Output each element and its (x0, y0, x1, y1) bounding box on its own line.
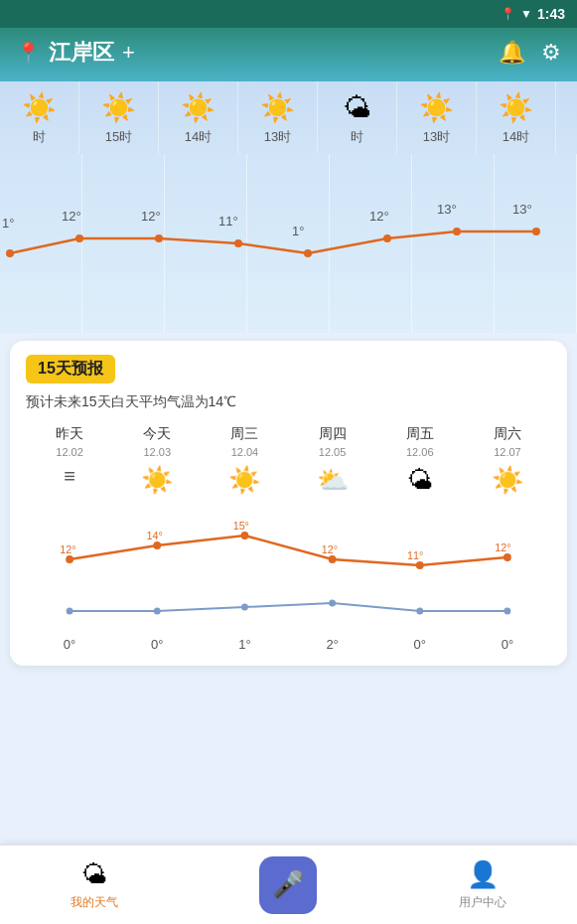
forecast-day-item[interactable]: 周三 12.04 ☀️ (201, 425, 288, 500)
forecast-section: 15天预报 预计未来15天白天平均气温为14℃ 昨天 12.02 ≡ 今天 12… (10, 341, 567, 666)
mic-icon: 🎤 (272, 869, 304, 900)
forecast-subtitle: 预计未来15天白天平均气温为14℃ (26, 393, 551, 411)
hourly-time-label: 时 (33, 128, 46, 146)
bell-icon[interactable]: 🔔 (499, 40, 525, 66)
day-weather-icon: ☀️ (141, 465, 173, 496)
hourly-weather-icon: 🌤 (344, 91, 371, 124)
forecast-day-item[interactable]: 昨天 12.02 ≡ (26, 425, 113, 500)
hourly-time-label: 15时 (105, 128, 132, 146)
nav-item-my-weather[interactable]: 🌤 我的天气 (71, 859, 118, 911)
hourly-item[interactable]: ☀️ 14时 (159, 81, 238, 154)
hourly-item[interactable]: ☀️ 13时 (397, 81, 477, 154)
header-left: 📍 江岸区 + (16, 38, 135, 68)
forecast-days-row: 昨天 12.02 ≡ 今天 12.03 ☀️ 周三 12.04 ☀️ 周四 12… (26, 425, 551, 500)
hourly-item[interactable]: ☀️ 13时 (238, 81, 318, 154)
hourly-item[interactable]: ☀️ 15时 (556, 81, 577, 154)
my-weather-icon: 🌤 (81, 859, 107, 890)
svg-point-20 (67, 608, 73, 615)
svg-point-0 (6, 249, 14, 257)
status-time: 1:43 (537, 6, 565, 22)
svg-text:12°: 12° (60, 543, 75, 555)
forecast-high-temp-chart: 12° 14° 15° 12° 11° 12° (26, 508, 551, 587)
settings-icon[interactable]: ⚙ (541, 40, 561, 66)
day-date-label: 12.02 (56, 446, 83, 458)
hourly-time-label: 13时 (264, 128, 291, 146)
forecast-day-item[interactable]: 周四 12.05 ⛅ (289, 425, 376, 500)
forecast-title-badge: 15天预报 (26, 355, 115, 384)
hourly-time-label: 14时 (185, 128, 212, 146)
hourly-item[interactable]: 🌤 时 (318, 81, 397, 154)
temp-label-4: 1° (292, 224, 304, 238)
hourly-weather-icon: ☀️ (260, 91, 295, 124)
temp-label-5: 12° (369, 209, 389, 224)
svg-point-13 (504, 553, 511, 561)
low-temp-value: 0° (464, 637, 551, 652)
hourly-time-label: 13时 (423, 128, 450, 146)
hourly-time-label: 14时 (503, 128, 529, 146)
svg-point-9 (153, 541, 161, 549)
nav-label-my-weather: 我的天气 (71, 894, 118, 911)
svg-point-12 (416, 561, 424, 569)
low-temp-value: 1° (201, 637, 288, 652)
svg-point-10 (240, 532, 248, 539)
svg-point-22 (241, 604, 248, 611)
temp-label-3: 11° (218, 214, 238, 229)
hourly-weather-icon: ☀️ (101, 91, 136, 124)
header: 📍 江岸区 + 🔔 ⚙ (0, 28, 577, 81)
svg-text:14°: 14° (146, 530, 162, 541)
day-name-label: 今天 (143, 425, 171, 443)
day-name-label: 周三 (230, 425, 258, 443)
day-name-label: 周四 (319, 425, 347, 443)
svg-point-8 (66, 555, 73, 563)
hourly-scroll-row[interactable]: ☀️ 时 ☀️ 15时 ☀️ 14时 ☀️ 13时 🌤 时 ☀️ 13时 ☀️ … (0, 81, 577, 154)
mic-button[interactable]: 🎤 (259, 856, 317, 914)
svg-point-1 (75, 234, 83, 242)
location-pin-icon: 📍 (16, 41, 41, 65)
svg-point-3 (234, 239, 242, 247)
hourly-item[interactable]: ☀️ 时 (0, 81, 79, 154)
day-name-label: 昨天 (56, 425, 83, 443)
day-name-label: 周六 (494, 425, 521, 443)
nav-label-user-center: 用户中心 (459, 894, 506, 911)
wifi-icon: ▼ (520, 7, 532, 21)
forecast-day-item[interactable]: 周五 12.06 🌤 (376, 425, 464, 500)
bottom-nav: 🌤 我的天气 🎤 👤 用户中心 (0, 845, 577, 924)
header-right: 🔔 ⚙ (499, 40, 561, 66)
hourly-temp-chart: 1° 12° 12° 11° 1° 12° 13° 13° (0, 154, 577, 333)
forecast-day-item[interactable]: 今天 12.03 ☀️ (113, 425, 201, 500)
hourly-time-label: 时 (351, 128, 363, 146)
day-date-label: 12.07 (494, 446, 521, 458)
low-temp-value: 0° (113, 637, 201, 652)
low-temp-value: 0° (26, 637, 113, 652)
day-weather-icon: ☀️ (228, 465, 260, 496)
hourly-weather-icon: ☀️ (22, 91, 57, 124)
low-temp-value: 2° (289, 637, 376, 652)
add-location-button[interactable]: + (122, 40, 135, 66)
day-weather-icon: ☀️ (492, 465, 523, 496)
forecast-low-temp-chart (26, 591, 551, 631)
svg-point-24 (416, 608, 423, 615)
day-date-label: 12.06 (406, 446, 434, 458)
svg-text:11°: 11° (407, 549, 423, 561)
temp-label-7: 13° (512, 202, 532, 217)
hourly-weather-icon: ☀️ (419, 91, 454, 124)
hourly-item[interactable]: ☀️ 14时 (477, 81, 556, 154)
temp-label-0: 1° (2, 216, 14, 231)
hourly-item[interactable]: ☀️ 15时 (79, 81, 159, 154)
hourly-weather-icon: ☀️ (181, 91, 216, 124)
svg-point-23 (329, 600, 336, 607)
temp-label-2: 12° (141, 209, 161, 224)
svg-point-25 (504, 608, 510, 615)
day-weather-icon: ≡ (64, 465, 75, 488)
svg-point-5 (383, 234, 391, 242)
temp-line-svg (0, 154, 577, 333)
temp-label-6: 13° (437, 202, 457, 217)
low-temp-values-row: 0°0°1°2°0°0° (26, 637, 551, 652)
hourly-weather-icon: ☀️ (499, 91, 533, 124)
svg-text:12°: 12° (322, 543, 338, 555)
low-temp-value: 0° (376, 637, 464, 652)
forecast-day-item[interactable]: 周六 12.07 ☀️ (464, 425, 551, 500)
day-date-label: 12.05 (319, 446, 347, 458)
nav-item-user-center[interactable]: 👤 用户中心 (459, 859, 506, 911)
day-date-label: 12.04 (231, 446, 259, 458)
